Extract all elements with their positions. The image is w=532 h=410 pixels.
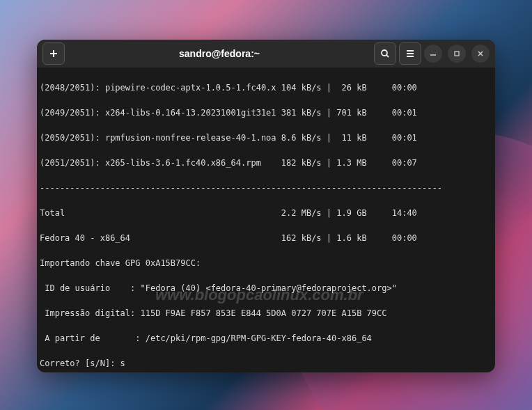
svg-point-0: [382, 50, 387, 56]
search-button[interactable]: [374, 42, 396, 65]
maximize-button[interactable]: [448, 45, 466, 63]
output-line: (2048/2051): pipewire-codec-aptx-1.0.5-1…: [40, 81, 492, 94]
minimize-button[interactable]: [424, 45, 442, 63]
titlebar: sandro@fedora:~: [37, 40, 495, 68]
output-line: Fedora 40 - x86_64 162 kB/s | 1.6 kB 00:…: [40, 232, 492, 244]
menu-button[interactable]: [399, 42, 421, 65]
output-line: A partir de : /etc/pki/rpm-gpg/RPM-GPG-K…: [40, 332, 492, 345]
output-separator: ----------------------------------------…: [40, 182, 492, 194]
terminal-output[interactable]: (2048/2051): pipewire-codec-aptx-1.0.5-1…: [37, 68, 495, 372]
terminal-window: sandro@fedora:~ (2048/2051): pipewire-co…: [37, 40, 495, 372]
output-line: (2049/2051): x264-libs-0.164-13.20231001…: [40, 107, 492, 119]
window-title: sandro@fedora:~: [68, 48, 371, 59]
svg-rect-1: [455, 52, 459, 56]
output-line: Impressão digital: 115D F9AE F857 853E E…: [40, 307, 492, 320]
output-line: Total 2.2 MB/s | 1.9 GB 14:40: [40, 207, 492, 219]
output-line: (2051/2051): x265-libs-3.6-1.fc40.x86_64…: [40, 157, 492, 169]
output-line: Correto? [s/N]: s: [40, 357, 492, 370]
output-line: Importando chave GPG 0xA15B79CC:: [40, 257, 492, 269]
new-tab-button[interactable]: [42, 42, 65, 65]
close-button[interactable]: [471, 45, 490, 63]
output-line: ID de usuário : "Fedora (40) <fedora-40-…: [40, 282, 492, 294]
output-line: (2050/2051): rpmfusion-nonfree-release-4…: [40, 132, 492, 144]
